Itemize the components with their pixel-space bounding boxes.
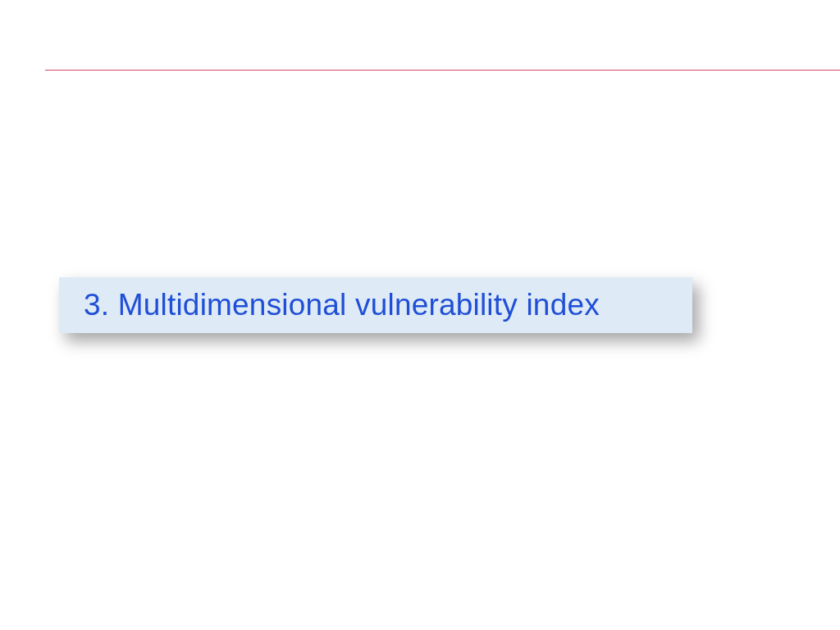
divider-rule xyxy=(45,70,840,71)
section-title-box: 3. Multidimensional vulnerability index xyxy=(59,277,692,333)
section-title-text: 3. Multidimensional vulnerability index xyxy=(84,288,600,322)
